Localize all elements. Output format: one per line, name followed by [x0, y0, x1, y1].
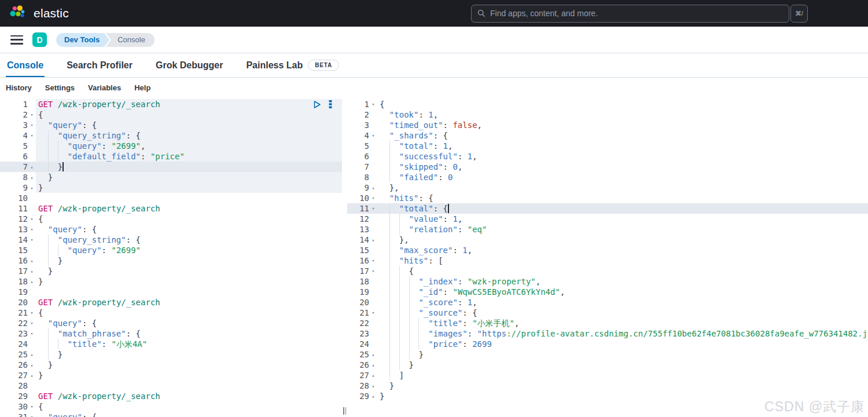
- code-line[interactable]: 22▾ "query": {: [0, 318, 342, 328]
- fold-toggle-icon[interactable]: ▴: [28, 266, 36, 276]
- code-line[interactable]: 26▴ }: [0, 360, 342, 370]
- code-line[interactable]: 29GET /wzk-property/_search: [0, 391, 342, 401]
- code-line[interactable]: 13▾ "query": {: [0, 224, 342, 235]
- code-line[interactable]: 19: [0, 287, 342, 297]
- code-text[interactable]: "query": {: [36, 224, 342, 235]
- code-text[interactable]: "hits": [: [377, 255, 868, 266]
- code-text[interactable]: }: [36, 172, 342, 182]
- fold-toggle-icon[interactable]: ▴: [369, 182, 377, 193]
- code-text[interactable]: "_id": "WqwCS5EByoATC6YkYn4d",: [377, 287, 868, 297]
- code-text[interactable]: GET /wzk-property/_search: [36, 391, 342, 401]
- code-line[interactable]: 28▴ }: [347, 381, 868, 391]
- code-line[interactable]: 26▴ }: [347, 360, 868, 370]
- code-text[interactable]: "hits": {: [377, 193, 868, 203]
- code-text[interactable]: "_shards": {: [377, 130, 868, 141]
- code-text[interactable]: "_score": 1,: [377, 297, 868, 308]
- fold-toggle-icon[interactable]: ▴: [28, 370, 36, 381]
- code-line[interactable]: 27▴ ]: [347, 370, 868, 381]
- fold-toggle-icon[interactable]: ▾: [369, 203, 377, 214]
- tab-grok-debugger[interactable]: Grok Debugger: [155, 53, 224, 77]
- fold-toggle-icon[interactable]: ▴: [369, 391, 377, 401]
- fold-toggle-icon[interactable]: ▴: [28, 162, 36, 172]
- code-text[interactable]: "query_string": {: [36, 130, 342, 141]
- code-line[interactable]: 7 "skipped": 0,: [347, 162, 868, 172]
- code-line[interactable]: 22 "title": "小米手机",: [347, 318, 868, 328]
- fold-toggle-icon[interactable]: ▾: [28, 130, 36, 141]
- code-line[interactable]: 4▾ "_shards": {: [347, 130, 868, 141]
- code-line[interactable]: 2▾{: [0, 109, 342, 120]
- code-line[interactable]: 17▴ }: [0, 266, 342, 276]
- code-line[interactable]: 16▾ "hits": [: [347, 255, 868, 266]
- code-text[interactable]: "failed": 0: [377, 172, 868, 182]
- menu-help[interactable]: Help: [134, 83, 150, 92]
- code-text[interactable]: }: [36, 370, 342, 381]
- code-line[interactable]: 15 "max_score": 1,: [347, 245, 868, 255]
- code-text[interactable]: }: [36, 182, 342, 193]
- code-text[interactable]: }: [377, 360, 868, 370]
- code-line[interactable]: 27▴}: [0, 370, 342, 381]
- fold-toggle-icon[interactable]: ▾: [369, 99, 377, 109]
- code-line[interactable]: 30▾{: [0, 401, 342, 412]
- code-line[interactable]: 8▴ }: [0, 172, 342, 182]
- fold-toggle-icon[interactable]: ▴: [28, 276, 36, 287]
- code-line[interactable]: 18▴}: [0, 276, 342, 287]
- fold-toggle-icon[interactable]: ▾: [28, 235, 36, 245]
- code-text[interactable]: }: [36, 276, 342, 287]
- code-line[interactable]: 11▾ "total": {: [347, 203, 868, 214]
- fold-toggle-icon[interactable]: ▴: [28, 360, 36, 370]
- fold-toggle-icon[interactable]: ▾: [369, 193, 377, 203]
- code-line[interactable]: 23▾ "match_phrase": {: [0, 328, 342, 339]
- code-text[interactable]: }: [377, 391, 868, 401]
- fold-toggle-icon[interactable]: ▾: [28, 109, 36, 120]
- code-line[interactable]: 2 "took": 1,: [347, 109, 868, 120]
- fold-toggle-icon[interactable]: ▾: [28, 308, 36, 318]
- code-text[interactable]: "max_score": 1,: [377, 245, 868, 255]
- code-text[interactable]: },: [377, 235, 868, 245]
- code-text[interactable]: }: [36, 266, 342, 276]
- code-line[interactable]: 10: [0, 193, 342, 203]
- code-text[interactable]: }: [36, 360, 342, 370]
- request-options-button[interactable]: [328, 100, 333, 109]
- code-line[interactable]: 23 "images": "https://profile-avatar.csd…: [347, 328, 868, 339]
- code-text[interactable]: "total": 1,: [377, 141, 868, 151]
- menu-variables[interactable]: Variables: [88, 83, 121, 92]
- code-text[interactable]: "price": 2699: [377, 339, 868, 349]
- fold-toggle-icon[interactable]: ▾: [28, 318, 36, 328]
- global-search-box[interactable]: [471, 5, 789, 23]
- fold-toggle-icon[interactable]: ▴: [28, 172, 36, 182]
- code-line[interactable]: 7▴ }: [0, 162, 342, 172]
- code-text[interactable]: },: [377, 182, 868, 193]
- fold-toggle-icon[interactable]: ▾: [28, 120, 36, 130]
- fold-toggle-icon[interactable]: ▴: [28, 182, 36, 193]
- fold-toggle-icon[interactable]: ▾: [28, 401, 36, 412]
- code-text[interactable]: "successful": 1,: [377, 151, 868, 162]
- code-line[interactable]: 3▾ "query": {: [0, 120, 342, 130]
- code-line[interactable]: 1GET /wzk-property/_search: [0, 99, 342, 109]
- fold-toggle-icon[interactable]: ▾: [28, 328, 36, 339]
- code-text[interactable]: "value": 1,: [377, 214, 868, 224]
- code-text[interactable]: }: [377, 381, 868, 391]
- code-text[interactable]: {: [36, 109, 342, 120]
- fold-toggle-icon[interactable]: ▾: [369, 130, 377, 141]
- code-line[interactable]: 5 "total": 1,: [347, 141, 868, 151]
- tab-console[interactable]: Console: [6, 53, 45, 77]
- code-text[interactable]: "_source": {: [377, 308, 868, 318]
- code-line[interactable]: 12 "value": 1,: [347, 214, 868, 224]
- code-line[interactable]: 20 "_score": 1,: [347, 297, 868, 308]
- code-text[interactable]: [36, 381, 342, 391]
- code-line[interactable]: 9▴ },: [347, 182, 868, 193]
- tab-search-profiler[interactable]: Search Profiler: [65, 53, 134, 77]
- panel-resize-handle[interactable]: [342, 407, 347, 415]
- code-line[interactable]: 10▾ "hits": {: [347, 193, 868, 203]
- code-line[interactable]: 15 "query": "2699": [0, 245, 342, 255]
- code-text[interactable]: ]: [377, 370, 868, 381]
- code-line[interactable]: 13 "relation": "eq": [347, 224, 868, 235]
- code-line[interactable]: 8 "failed": 0: [347, 172, 868, 182]
- fold-toggle-icon[interactable]: ▾: [28, 214, 36, 224]
- code-text[interactable]: "default_field": "price": [36, 151, 342, 162]
- code-text[interactable]: }: [36, 349, 342, 360]
- fold-toggle-icon[interactable]: ▾: [369, 255, 377, 266]
- fold-toggle-icon[interactable]: ▴: [369, 235, 377, 245]
- code-text[interactable]: "query": "2699": [36, 245, 342, 255]
- code-text[interactable]: "images": "https://profile-avatar.csdnim…: [377, 328, 868, 339]
